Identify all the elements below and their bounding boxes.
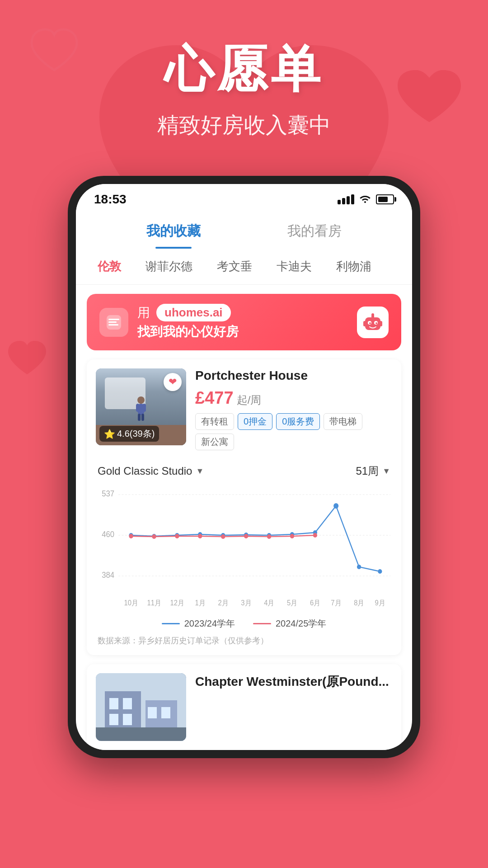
- wifi-icon: [359, 193, 371, 206]
- svg-rect-66: [161, 707, 170, 718]
- svg-text:4月: 4月: [264, 599, 274, 607]
- legend-2023: 2023/24学年: [162, 618, 235, 630]
- property-tags: 有转租 0押金 0服务费 带电梯 新公寓: [195, 413, 392, 450]
- svg-text:10月: 10月: [124, 599, 138, 607]
- svg-text:384: 384: [102, 570, 114, 580]
- svg-rect-61: [109, 698, 118, 709]
- svg-rect-65: [148, 707, 157, 718]
- banner-domain: uhomes.ai: [156, 304, 231, 321]
- tab-my-viewings[interactable]: 我的看房: [244, 216, 385, 249]
- svg-rect-64: [123, 714, 132, 725]
- svg-rect-17: [138, 414, 141, 421]
- svg-point-52: [198, 534, 202, 538]
- chart-header: Gold Classic Studio ▼ 51周 ▼: [98, 464, 390, 478]
- svg-point-54: [244, 534, 248, 538]
- svg-point-7: [369, 322, 371, 324]
- svg-rect-67: [96, 727, 186, 741]
- svg-text:2月: 2月: [218, 599, 228, 607]
- svg-text:6月: 6月: [310, 599, 320, 607]
- svg-rect-62: [123, 698, 132, 709]
- tab-my-favorites[interactable]: 我的收藏: [103, 216, 244, 249]
- weeks-dropdown[interactable]: 51周 ▼: [356, 464, 390, 478]
- city-cardiff[interactable]: 卡迪夫: [271, 256, 317, 277]
- property-image-1: ⭐ 4.6(39条) ❤: [96, 368, 186, 445]
- property-name-1: Portchester House: [195, 368, 392, 383]
- svg-point-57: [313, 533, 317, 538]
- tag-elevator: 带电梯: [324, 413, 362, 430]
- svg-point-8: [375, 322, 377, 324]
- svg-rect-11: [363, 321, 366, 326]
- chart-container: 537 460 384 10月 11月 12月 1月 2月 3月 4月 5月: [98, 486, 390, 612]
- svg-point-56: [290, 534, 294, 538]
- banner-text-area: 用 uhomes.ai 找到我的心仪好房: [137, 304, 348, 340]
- property-name-2: Chapter Westminster(原Pound...: [195, 673, 392, 690]
- weeks-arrow-icon: ▼: [382, 467, 390, 476]
- legend-2024: 2024/25学年: [253, 618, 326, 630]
- dropdown-arrow-icon: ▼: [196, 467, 204, 476]
- tag-new-apt: 新公寓: [195, 434, 234, 450]
- svg-text:3月: 3月: [241, 599, 251, 607]
- price-number: £477: [195, 388, 234, 407]
- svg-point-46: [333, 503, 338, 509]
- svg-text:537: 537: [102, 489, 114, 498]
- tag-sublease: 有转租: [195, 413, 234, 430]
- status-bar: 18:53: [76, 184, 412, 211]
- city-coventry[interactable]: 考文垂: [211, 256, 258, 277]
- svg-point-50: [152, 534, 156, 539]
- property-price-1: £477 起/周: [195, 388, 392, 408]
- tabs-row: 我的收藏 我的看房: [76, 211, 412, 249]
- header-section: 心愿单 精致好房收入囊中: [0, 0, 488, 167]
- city-filter: 伦敦 谢菲尔德 考文垂 卡迪夫 利物浦: [76, 249, 412, 285]
- property-card-2[interactable]: Chapter Westminster(原Pound...: [87, 664, 401, 750]
- city-liverpool[interactable]: 利物浦: [331, 256, 377, 277]
- svg-point-51: [175, 534, 179, 538]
- status-icons: [338, 193, 394, 206]
- property-info-1: Portchester House £477 起/周 有转租 0押金 0服务费 …: [195, 368, 392, 450]
- svg-point-13: [137, 396, 145, 404]
- svg-point-48: [378, 569, 382, 574]
- room-type-dropdown[interactable]: Gold Classic Studio ▼: [98, 465, 204, 477]
- svg-text:12月: 12月: [170, 599, 184, 607]
- status-time: 18:53: [94, 192, 127, 207]
- svg-rect-3: [108, 324, 118, 326]
- tag-no-fee: 0服务费: [276, 413, 320, 430]
- svg-rect-63: [109, 714, 118, 725]
- svg-rect-2: [108, 321, 117, 323]
- chart-note: 数据来源：异乡好居历史订单记录（仅供参考）: [98, 635, 390, 646]
- svg-rect-1: [108, 319, 119, 320]
- signal-icon: [338, 194, 354, 204]
- room-type-label: Gold Classic Studio: [98, 465, 192, 477]
- sub-title: 精致好房收入囊中: [0, 111, 488, 140]
- banner-use-text: 用: [137, 304, 150, 321]
- ai-banner[interactable]: 用 uhomes.ai 找到我的心仪好房: [87, 294, 401, 350]
- city-london[interactable]: 伦敦: [92, 256, 127, 277]
- weeks-label: 51周: [356, 464, 379, 478]
- svg-point-10: [371, 313, 374, 316]
- banner-icon-left: [99, 308, 128, 337]
- svg-rect-18: [141, 414, 144, 421]
- svg-text:7月: 7月: [331, 599, 341, 607]
- city-sheffield[interactable]: 谢菲尔德: [140, 256, 198, 277]
- price-chart-svg: 537 460 384 10月 11月 12月 1月 2月 3月 4月 5月: [98, 486, 390, 612]
- price-chart-section: Gold Classic Studio ▼ 51周 ▼: [87, 459, 401, 655]
- banner-subtitle: 找到我的心仪好房: [137, 323, 348, 340]
- property-card-1[interactable]: ⭐ 4.6(39条) ❤ Portchester House £477 起/周 …: [87, 359, 401, 655]
- svg-text:8月: 8月: [354, 599, 364, 607]
- svg-point-55: [267, 534, 271, 539]
- svg-text:9月: 9月: [375, 599, 385, 607]
- chart-legend: 2023/24学年 2024/25学年: [98, 618, 390, 630]
- svg-point-53: [221, 534, 225, 539]
- svg-point-49: [129, 534, 133, 538]
- svg-rect-12: [380, 321, 382, 326]
- svg-text:1月: 1月: [195, 599, 205, 607]
- price-unit: 起/周: [237, 394, 262, 406]
- phone-outer-frame: 18:53: [68, 176, 420, 758]
- property-rating: ⭐ 4.6(39条): [99, 426, 159, 442]
- property-main-content: ⭐ 4.6(39条) ❤ Portchester House £477 起/周 …: [87, 359, 401, 459]
- svg-rect-16: [142, 404, 146, 412]
- svg-point-47: [357, 565, 361, 569]
- svg-rect-15: [136, 404, 140, 412]
- phone-screen: 18:53: [76, 184, 412, 750]
- svg-text:5月: 5月: [287, 599, 297, 607]
- favorite-heart-button[interactable]: ❤: [164, 373, 182, 391]
